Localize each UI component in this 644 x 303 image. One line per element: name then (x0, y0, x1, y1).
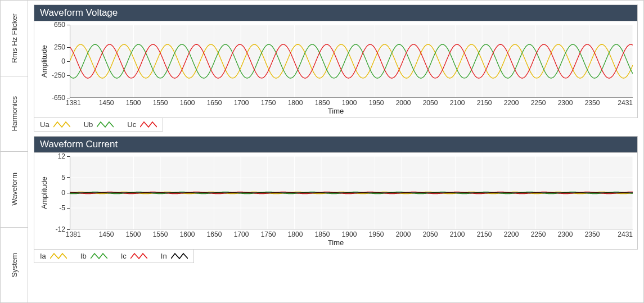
legend-swatch-icon (130, 252, 147, 260)
chart-plot-current[interactable] (70, 156, 633, 229)
xtick: 2200 (498, 230, 525, 238)
xtick: 2250 (525, 230, 552, 238)
chart-body-current: Amplitude 1250-5-12 13811450150015501600… (34, 152, 638, 250)
xtick: 2250 (525, 99, 552, 107)
legend-label: Ib (80, 252, 87, 260)
sidebar-tab-waveform[interactable]: Waveform (1, 152, 28, 228)
xtick: 2050 (417, 99, 444, 107)
app-root: Rms Hz Flicker Harmonics Waveform System… (0, 0, 644, 303)
xtick: 1381 (66, 99, 93, 107)
legend-swatch-icon (50, 252, 67, 260)
xtick: 2300 (552, 230, 579, 238)
legend-item-ia[interactable]: Ia (40, 252, 67, 260)
legend-item-uc[interactable]: Uc (127, 120, 157, 129)
chart-title-voltage: Waveform Voltage (34, 4, 638, 21)
xtick: 1500 (120, 230, 147, 238)
legend-swatch-icon (140, 120, 157, 129)
chart-legend-voltage: UaUbUc (34, 118, 163, 132)
legend-item-ua[interactable]: Ua (40, 120, 70, 129)
legend-label: Ia (40, 252, 46, 260)
xtick: 1381 (66, 230, 93, 238)
chart-xlabel-voltage: Time (39, 107, 633, 115)
sidebar-tabs: Rms Hz Flicker Harmonics Waveform System (1, 1, 28, 302)
legend-item-ub[interactable]: Ub (84, 120, 114, 129)
chart-ylabel-current: Amplitude (39, 156, 49, 229)
sidebar-tab-harmonics[interactable]: Harmonics (1, 76, 28, 152)
sidebar-tab-label: Waveform (10, 173, 19, 206)
xtick: 1650 (201, 99, 228, 107)
xtick: 2431 (606, 230, 633, 238)
xtick: 1950 (363, 230, 390, 238)
chart-plot-voltage[interactable] (70, 25, 633, 98)
xtick: 2100 (444, 99, 471, 107)
xtick: 1900 (336, 99, 363, 107)
chart-panel-current: Waveform Current Amplitude 1250-5-12 138… (34, 136, 638, 263)
legend-label: Uc (127, 120, 136, 129)
legend-item-in[interactable]: In (161, 252, 188, 260)
chart-yaxis-voltage: 6502500-250-650 (49, 25, 70, 98)
xtick: 2150 (471, 230, 498, 238)
chart-yaxis-current: 1250-5-12 (49, 156, 70, 229)
xtick: 1950 (363, 99, 390, 107)
legend-swatch-icon (53, 120, 70, 129)
legend-label: Ic (121, 252, 127, 260)
xtick: 1700 (228, 230, 255, 238)
chart-xlabel-current: Time (39, 238, 633, 247)
chart-ylabel-voltage: Amplitude (39, 25, 49, 98)
legend-item-ib[interactable]: Ib (80, 252, 107, 260)
chart-legend-current: IaIbIcIn (34, 250, 194, 263)
xtick: 2100 (444, 230, 471, 238)
legend-label: Ub (84, 120, 93, 129)
legend-label: In (161, 252, 167, 260)
xtick: 2050 (417, 230, 444, 238)
chart-xticks-current: 1381145015001550160016501700175018001850… (66, 230, 633, 238)
xtick: 2200 (498, 99, 525, 107)
legend-item-ic[interactable]: Ic (121, 252, 147, 260)
xtick: 1850 (309, 99, 336, 107)
xtick: 1850 (309, 230, 336, 238)
xtick: 2350 (579, 230, 606, 238)
xtick: 1750 (255, 230, 282, 238)
xtick: 2431 (606, 99, 633, 107)
xtick: 1700 (228, 99, 255, 107)
xtick: 2150 (471, 99, 498, 107)
xtick: 1900 (336, 230, 363, 238)
legend-swatch-icon (91, 252, 107, 260)
chart-title-current: Waveform Current (34, 136, 638, 152)
sidebar-tab-rms[interactable]: Rms Hz Flicker (1, 1, 28, 76)
chart-xticks-voltage: 1381145015001550160016501700175018001850… (66, 99, 633, 107)
xtick: 1600 (174, 99, 201, 107)
xtick: 2300 (552, 99, 579, 107)
chart-body-voltage: Amplitude 6502500-250-650 13811450150015… (34, 21, 638, 118)
xtick: 1600 (174, 230, 201, 238)
xtick: 1750 (255, 99, 282, 107)
xtick: 1550 (147, 99, 174, 107)
xtick: 2000 (390, 230, 417, 238)
legend-label: Ua (40, 120, 49, 129)
xtick: 1800 (282, 99, 309, 107)
sidebar-tab-label: Rms Hz Flicker (10, 13, 19, 63)
chart-panel-voltage: Waveform Voltage Amplitude 6502500-250-6… (34, 4, 638, 132)
xtick: 2350 (579, 99, 606, 107)
xtick: 1550 (147, 230, 174, 238)
sidebar-tab-label: System (10, 253, 19, 277)
xtick: 1450 (93, 230, 120, 238)
sidebar-tab-system[interactable]: System (1, 228, 28, 303)
xtick: 1800 (282, 230, 309, 238)
xtick: 1500 (120, 99, 147, 107)
main-panel: Waveform Voltage Amplitude 6502500-250-6… (28, 1, 643, 302)
xtick: 2000 (390, 99, 417, 107)
xtick: 1450 (93, 99, 120, 107)
sidebar-tab-label: Harmonics (10, 96, 19, 131)
legend-swatch-icon (171, 252, 188, 260)
xtick: 1650 (201, 230, 228, 238)
legend-swatch-icon (97, 120, 114, 129)
